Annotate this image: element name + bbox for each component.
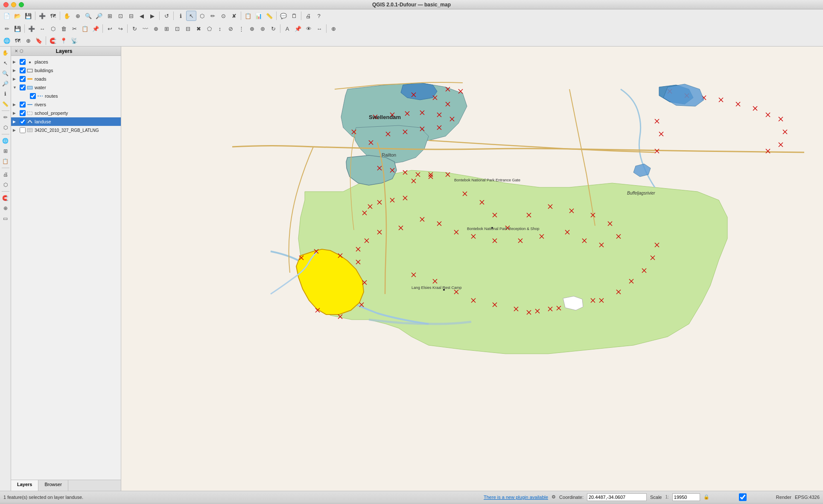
rotate-point-button[interactable]: ↻ — [129, 23, 140, 34]
zoom-layer-button[interactable]: ⊟ — [126, 11, 136, 21]
plugin-link[interactable]: There is a new plugin available — [484, 495, 548, 500]
layer-item-buildings[interactable]: ▶ buildings — [11, 66, 121, 75]
measure-button[interactable]: 📏 — [264, 11, 274, 21]
annotation-button[interactable]: 💬 — [278, 11, 289, 21]
delete-part-button[interactable]: ✖ — [193, 23, 204, 34]
layer-expand-school[interactable]: ▶ — [13, 111, 19, 115]
tool-edit[interactable]: ✏ — [1, 113, 10, 122]
layer-expand-rivers[interactable]: ▶ — [13, 102, 19, 107]
tool-node[interactable]: ⬡ — [1, 123, 10, 132]
maximize-button[interactable] — [19, 2, 24, 7]
layer-visible-roads[interactable] — [20, 76, 26, 82]
minimize-button[interactable] — [11, 2, 16, 7]
refresh-button[interactable]: ↺ — [161, 11, 172, 21]
pin-label-button[interactable]: 📌 — [293, 23, 303, 34]
layer-expand-places[interactable]: ▶ — [13, 60, 19, 64]
pan-button[interactable]: ✋ — [62, 11, 72, 21]
layer-expand-buildings[interactable]: ▶ — [13, 68, 19, 73]
float-layers-icon[interactable]: ⬡ — [20, 49, 23, 53]
add-vector-button[interactable]: ➕ — [37, 11, 47, 21]
stats-button[interactable]: 📊 — [254, 11, 264, 21]
offset-curve-button[interactable]: ↕ — [215, 23, 225, 34]
paste-feature-button[interactable]: 📌 — [90, 23, 101, 34]
identify-button[interactable]: ℹ — [175, 11, 186, 21]
tool-composer[interactable]: 🖨 — [1, 170, 10, 179]
add-part-button[interactable]: ⊞ — [161, 23, 172, 34]
wms-button[interactable]: 🌐 — [2, 35, 12, 46]
tool-pan[interactable]: ✋ — [1, 48, 10, 58]
tool-zoom-in[interactable]: 🔍 — [1, 69, 10, 78]
map-area[interactable]: Swellendam Railton Bontebok National Par… — [121, 47, 823, 491]
select-rect-button[interactable]: ↖ — [186, 11, 196, 21]
split-button[interactable]: ⊘ — [225, 23, 236, 34]
layer-expand-roads[interactable]: ▶ — [13, 77, 19, 81]
scale-button-icon[interactable]: 🔒 — [703, 494, 709, 500]
rotate-feature-button[interactable]: ↻ — [268, 23, 278, 34]
label-tool-button[interactable]: A — [282, 23, 292, 34]
merge-selected-button[interactable]: ⊕ — [247, 23, 257, 34]
layer-visible-school[interactable] — [20, 110, 26, 116]
layer-expand-water[interactable]: ▼ — [13, 85, 19, 90]
close-button[interactable] — [3, 2, 9, 7]
tool-overview[interactable]: ⊞ — [1, 146, 10, 156]
tool-select[interactable]: ↖ — [1, 58, 10, 68]
new-button[interactable]: 📄 — [2, 11, 12, 21]
zoom-selection-button[interactable]: ⊡ — [115, 11, 125, 21]
move-label-button[interactable]: ↔ — [314, 23, 324, 34]
capture-coord-button[interactable]: ⊕ — [328, 23, 339, 34]
tool-measure[interactable]: 📏 — [1, 99, 10, 109]
tool-snapping[interactable]: 🧲 — [1, 193, 10, 203]
zoom-last-button[interactable]: ◀ — [137, 11, 147, 21]
tool-digitize[interactable]: ⬡ — [1, 180, 10, 189]
layer-visible-routes[interactable] — [30, 93, 36, 99]
georef-button[interactable]: 📍 — [58, 35, 69, 46]
layer-item-raster[interactable]: ▶ 3420C_2010_327_RGB_LATLNG — [11, 126, 121, 134]
zoom-in-button[interactable]: 🔍 — [83, 11, 93, 21]
pan-north-button[interactable]: ⊕ — [73, 11, 83, 21]
zoom-out-button[interactable]: 🔎 — [94, 11, 104, 21]
layer-visible-places[interactable] — [20, 59, 26, 65]
layer-item-roads[interactable]: ▶ roads — [11, 75, 121, 83]
layer-item-places[interactable]: ▶ ● places — [11, 58, 121, 66]
tool-rect[interactable]: ▭ — [1, 214, 10, 223]
snap-button[interactable]: 🧲 — [48, 35, 58, 46]
save-edits-button[interactable]: 💾 — [12, 23, 23, 34]
layer-item-school-property[interactable]: ▶ school_property — [11, 109, 121, 117]
move-feature-button[interactable]: ↔ — [37, 23, 47, 34]
add-feature-button[interactable]: ➕ — [26, 23, 37, 34]
layer-visible-landuse[interactable] — [20, 119, 26, 125]
print-button[interactable]: 🖨 — [303, 11, 313, 21]
simplify-button[interactable]: 〰 — [140, 23, 150, 34]
redo-button[interactable]: ↪ — [115, 23, 125, 34]
layer-item-water[interactable]: ▼ water — [11, 83, 121, 92]
open-table-button[interactable]: 📋 — [243, 11, 253, 21]
delete-ring-button[interactable]: ⊟ — [183, 23, 193, 34]
scale-input[interactable] — [672, 493, 700, 501]
tab-layers[interactable]: Layers — [11, 480, 38, 491]
reshape-button[interactable]: ⬠ — [204, 23, 214, 34]
tool-wms[interactable]: 🌐 — [1, 136, 10, 146]
layer-item-landuse[interactable]: ▶ landuse — [11, 117, 121, 126]
coord-input[interactable] — [587, 493, 647, 501]
select-radius-button[interactable]: ⊙ — [218, 11, 228, 21]
layer-expand-landuse[interactable]: ▶ — [13, 119, 19, 124]
render-checkbox[interactable] — [713, 493, 773, 501]
layer-expand-raster[interactable]: ▶ — [13, 128, 19, 132]
undo-button[interactable]: ↩ — [105, 23, 115, 34]
layer-visible-rivers[interactable] — [20, 102, 26, 108]
tool-log[interactable]: 📋 — [1, 157, 10, 166]
map-tip-button[interactable]: 🗒 — [289, 11, 299, 21]
open-button[interactable]: 📂 — [12, 11, 23, 21]
plugin-settings-icon[interactable]: ⚙ — [552, 494, 556, 500]
help-button[interactable]: ? — [314, 11, 324, 21]
tool-zoom-out[interactable]: 🔎 — [1, 79, 10, 88]
show-hide-label-button[interactable]: 👁 — [304, 23, 314, 34]
tool-advanced-digit[interactable]: ⊕ — [1, 204, 10, 213]
split-parts-button[interactable]: ⋮ — [236, 23, 246, 34]
close-layers-icon[interactable]: ✕ — [15, 49, 18, 53]
tab-browser[interactable]: Browser — [38, 480, 68, 491]
layer-visible-buildings[interactable] — [20, 67, 26, 73]
merge-attrs-button[interactable]: ⊛ — [257, 23, 268, 34]
select-freehand-button[interactable]: ✏ — [207, 11, 218, 21]
layer-visible-water[interactable] — [20, 84, 26, 90]
